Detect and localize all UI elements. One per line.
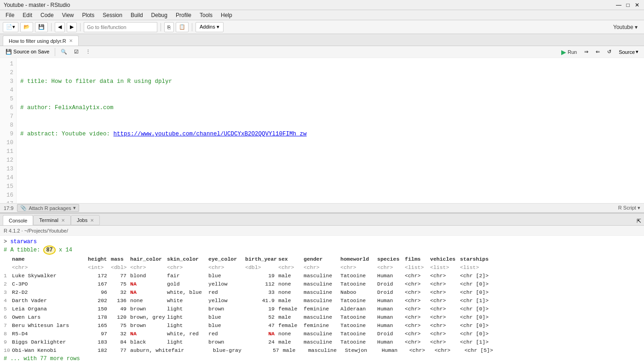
menu-file[interactable]: File bbox=[2, 11, 18, 19]
menu-view[interactable]: View bbox=[58, 11, 78, 19]
code-area[interactable]: 12345 678910 1112131415 161718 # title: … bbox=[0, 58, 644, 203]
source-dropdown-icon: ▾ bbox=[636, 49, 638, 55]
table-row: 5Leia Organa15049brownlightbrown19female… bbox=[4, 305, 640, 313]
editor-toolbar-left: 💾 Source on Save 🔍 ☑ ⋮ bbox=[3, 47, 93, 57]
save-button[interactable]: 💾 bbox=[35, 22, 48, 32]
titlebar: Youtube - master - RStudio — □ ✕ bbox=[0, 0, 644, 10]
new-file-button[interactable]: 📄▾ bbox=[3, 22, 18, 32]
code-line-4 bbox=[20, 156, 640, 165]
tab-console[interactable]: Console bbox=[3, 215, 33, 225]
console-command: starwars bbox=[10, 239, 37, 245]
tibble-count-highlighted: 87 bbox=[43, 245, 55, 255]
minimize-button[interactable]: — bbox=[615, 2, 622, 8]
table-row: 7Beru Whitesun lars16575brownlightblue47… bbox=[4, 321, 640, 330]
go-to-next-button[interactable]: ⇒ bbox=[581, 47, 591, 57]
back-button[interactable]: ◀ bbox=[55, 22, 65, 32]
go-to-input[interactable] bbox=[84, 22, 157, 32]
tibble-info-line: # A tibble: 87 x 14 bbox=[4, 246, 640, 254]
tab-jobs-close[interactable]: ✕ bbox=[90, 218, 94, 223]
save-source-button[interactable]: 💾 Source on Save bbox=[3, 47, 52, 57]
menu-code[interactable]: Code bbox=[37, 11, 58, 19]
code-content[interactable]: # title: How to filter data in R using d… bbox=[17, 58, 644, 203]
run-label: Run bbox=[568, 49, 577, 55]
menu-edit[interactable]: Edit bbox=[19, 11, 36, 19]
tab-console-label: Console bbox=[9, 218, 27, 223]
editor-tabbar: How to filter using dplyr.R ✕ bbox=[0, 34, 644, 46]
run-arrow-icon: ▶ bbox=[561, 48, 566, 56]
table-types: <chr><int><dbl><chr><chr><chr><dbl><chr>… bbox=[4, 263, 640, 272]
editor-tab-label: How to filter using dplyr.R bbox=[9, 38, 66, 44]
source-button[interactable]: Source ▾ bbox=[616, 48, 641, 56]
separator4 bbox=[192, 23, 192, 31]
separator bbox=[51, 23, 52, 31]
maximize-button[interactable]: □ bbox=[625, 2, 631, 8]
run-button[interactable]: ▶ Run bbox=[558, 47, 580, 57]
open-file-button[interactable]: 📂 bbox=[20, 22, 33, 32]
go-to-prev-button[interactable]: ⇐ bbox=[593, 47, 603, 57]
r-version-info: R 4.1.2 · ~/Projects/Youtube/ bbox=[4, 228, 68, 234]
separator3 bbox=[161, 23, 161, 31]
attach-dropdown: ▾ bbox=[73, 205, 76, 211]
sep5 bbox=[55, 48, 55, 56]
line-numbers: 12345 678910 1112131415 161718 bbox=[0, 58, 17, 203]
editor-tab-close[interactable]: ✕ bbox=[69, 38, 73, 43]
console-tabs: Console Terminal ✕ Jobs ✕ bbox=[3, 215, 100, 225]
tab-jobs-label: Jobs bbox=[77, 217, 87, 223]
editor-tab-dplyr[interactable]: How to filter using dplyr.R ✕ bbox=[3, 35, 79, 46]
source-label: Source bbox=[619, 49, 635, 55]
menu-tools[interactable]: Tools bbox=[196, 11, 216, 19]
expand-console-button[interactable]: ⇱ bbox=[637, 218, 641, 224]
script-type: R Script ▾ bbox=[618, 205, 640, 211]
code-line-5 bbox=[20, 182, 640, 191]
menu-build[interactable]: Build bbox=[127, 11, 147, 19]
console-prompt-symbol: > bbox=[4, 239, 10, 245]
editor-pane: How to filter using dplyr.R ✕ 💾 Source o… bbox=[0, 34, 644, 214]
forward-button[interactable]: ▶ bbox=[67, 22, 77, 32]
menu-help[interactable]: Help bbox=[217, 11, 236, 19]
attach-packages-badge[interactable]: 📎 Attach R packages ▾ bbox=[17, 204, 79, 212]
more-rows-line: # ... with 77 more rows bbox=[4, 355, 640, 362]
addins-button[interactable]: Addins ▾ bbox=[196, 22, 224, 32]
attach-label: Attach R packages bbox=[29, 205, 71, 211]
main-toolbar: 📄▾ 📂 💾 ◀ ▶ ⎘ 📋 Addins ▾ Youtube ▾ bbox=[0, 20, 644, 34]
menu-session[interactable]: Session bbox=[99, 11, 126, 19]
menu-debug[interactable]: Debug bbox=[148, 11, 171, 19]
tab-jobs[interactable]: Jobs ✕ bbox=[71, 215, 100, 225]
console-header: R 4.1.2 · ~/Projects/Youtube/ bbox=[0, 226, 644, 236]
editor-status: 17:9 📎 Attach R packages ▾ R Script ▾ bbox=[0, 203, 644, 212]
console-line-prompt: > starwars bbox=[4, 238, 640, 246]
table-row: 3R2-D29632NAwhite, bluered33nonemasculin… bbox=[4, 288, 640, 297]
attach-icon: 📎 bbox=[20, 205, 27, 211]
separator2 bbox=[80, 23, 80, 31]
menu-profile[interactable]: Profile bbox=[172, 11, 195, 19]
editor-toolbar: 💾 Source on Save 🔍 ☑ ⋮ ▶ Run ⇒ ⇐ ↺ Sourc… bbox=[0, 46, 644, 58]
editor-toolbar-right: ▶ Run ⇒ ⇐ ↺ Source ▾ bbox=[558, 47, 641, 57]
more-rows-text: # ... with 77 more rows bbox=[4, 356, 80, 362]
code-line-1: # title: How to filter data in R using d… bbox=[20, 77, 640, 86]
tibble-dims: x 14 bbox=[56, 247, 72, 253]
main-content: How to filter using dplyr.R ✕ 💾 Source o… bbox=[0, 34, 644, 362]
tibble-info-hash: # A tibble: bbox=[4, 247, 43, 253]
table-headers: nameheight masshair_colorskin_coloreye_c… bbox=[4, 255, 640, 263]
tab-terminal-close[interactable]: ✕ bbox=[61, 218, 65, 223]
lint-button[interactable]: ☑ bbox=[71, 47, 81, 57]
code-line-2: # author: FelixAnalytix.com bbox=[20, 104, 640, 112]
copy-button[interactable]: ⎘ bbox=[164, 22, 174, 32]
table-row: 10Obi-Wan Kenobi18277auburn, whitefairbl… bbox=[4, 346, 640, 355]
re-run-button[interactable]: ↺ bbox=[604, 47, 614, 57]
indent-button[interactable]: ⋮ bbox=[83, 47, 93, 57]
console-content[interactable]: > starwars # A tibble: 87 x 14 nameheigh… bbox=[0, 236, 644, 362]
menu-plots[interactable]: Plots bbox=[79, 11, 98, 19]
table-row: 9Biggs Darklighter18384blacklightbrown24… bbox=[4, 338, 640, 346]
tab-terminal[interactable]: Terminal ✕ bbox=[33, 215, 71, 225]
console-tabbar: Console Terminal ✕ Jobs ✕ ⇱ bbox=[0, 214, 644, 226]
table-row: 1Luke Skywalker17277blondfairblue19malem… bbox=[4, 272, 640, 280]
table-row: 4Darth Vader202136nonewhiteyellow41.9mal… bbox=[4, 297, 640, 305]
console-pane: Console Terminal ✕ Jobs ✕ ⇱ R 4.1.2 · ~/… bbox=[0, 214, 644, 362]
close-button[interactable]: ✕ bbox=[634, 2, 640, 8]
table-row: 8R5-D49732NAwhite, redredNAnonemasculine… bbox=[4, 330, 640, 338]
paste-button[interactable]: 📋 bbox=[176, 22, 189, 32]
find-button[interactable]: 🔍 bbox=[58, 47, 70, 57]
tab-terminal-label: Terminal bbox=[39, 217, 58, 223]
window-controls: — □ ✕ bbox=[615, 2, 640, 8]
